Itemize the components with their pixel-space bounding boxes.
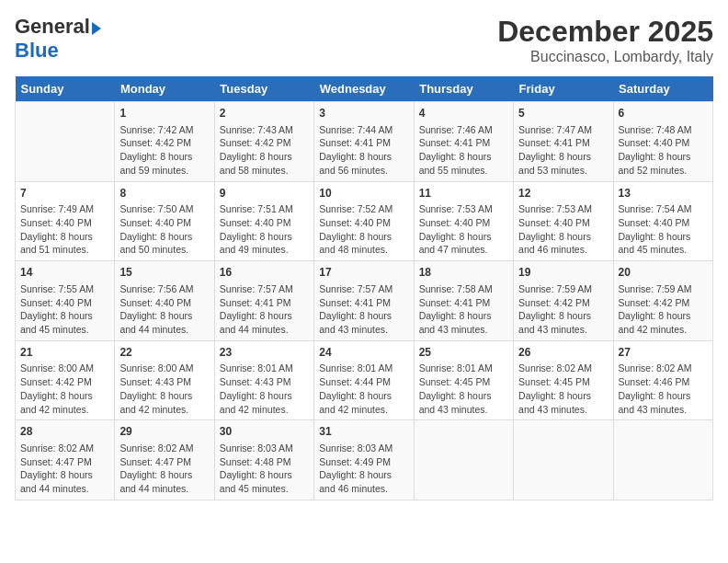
calendar-cell: 10Sunrise: 7:52 AMSunset: 4:40 PMDayligh… [314,181,414,261]
calendar-week-row: 7Sunrise: 7:49 AMSunset: 4:40 PMDaylight… [16,181,713,261]
cell-content: Sunrise: 7:57 AMSunset: 4:41 PMDaylight:… [220,282,309,337]
calendar-cell: 4Sunrise: 7:46 AMSunset: 4:41 PMDaylight… [414,102,513,182]
day-number: 16 [220,265,309,281]
weekday-header-saturday: Saturday [613,76,712,102]
cell-content: Sunrise: 8:00 AMSunset: 4:42 PMDaylight:… [20,362,109,416]
calendar-cell: 1Sunrise: 7:42 AMSunset: 4:42 PMDaylight… [115,102,214,182]
day-number: 15 [119,265,209,281]
calendar-cell [613,420,712,500]
weekday-header-sunday: Sunday [16,76,115,102]
cell-content: Sunrise: 8:03 AMSunset: 4:49 PMDaylight:… [319,442,408,496]
cell-content: Sunrise: 7:54 AMSunset: 4:40 PMDaylight:… [619,202,708,257]
day-number: 8 [119,186,209,201]
day-number: 11 [419,186,508,201]
day-number: 13 [619,186,708,201]
calendar-header-row: SundayMondayTuesdayWednesdayThursdayFrid… [16,76,713,102]
day-number: 18 [419,265,508,281]
calendar-cell: 19Sunrise: 7:59 AMSunset: 4:42 PMDayligh… [514,261,613,341]
calendar-cell: 29Sunrise: 8:02 AMSunset: 4:47 PMDayligh… [115,420,214,500]
calendar-cell: 7Sunrise: 7:49 AMSunset: 4:40 PMDaylight… [16,181,115,261]
calendar-cell: 9Sunrise: 7:51 AMSunset: 4:40 PMDaylight… [214,181,313,261]
calendar-week-row: 1Sunrise: 7:42 AMSunset: 4:42 PMDaylight… [16,102,713,182]
calendar-cell: 26Sunrise: 8:02 AMSunset: 4:45 PMDayligh… [514,340,613,420]
day-number: 10 [319,186,408,201]
calendar-cell [514,420,613,500]
calendar-cell: 30Sunrise: 8:03 AMSunset: 4:48 PMDayligh… [214,420,313,500]
cell-content: Sunrise: 7:48 AMSunset: 4:40 PMDaylight:… [619,123,708,178]
logo-blue-text: Blue [15,39,59,63]
calendar-cell [414,420,513,500]
calendar-cell: 16Sunrise: 7:57 AMSunset: 4:41 PMDayligh… [214,261,313,341]
day-number: 12 [518,186,608,201]
day-number: 4 [419,106,508,121]
day-number: 26 [518,345,608,361]
cell-content: Sunrise: 8:01 AMSunset: 4:44 PMDaylight:… [319,362,408,416]
calendar-cell: 6Sunrise: 7:48 AMSunset: 4:40 PMDaylight… [613,102,712,182]
day-number: 14 [20,265,109,281]
day-number: 7 [20,186,109,201]
cell-content: Sunrise: 7:56 AMSunset: 4:40 PMDaylight:… [119,282,209,337]
day-number: 6 [619,106,708,121]
cell-content: Sunrise: 8:02 AMSunset: 4:45 PMDaylight:… [518,362,608,416]
calendar-cell: 21Sunrise: 8:00 AMSunset: 4:42 PMDayligh… [16,340,115,420]
cell-content: Sunrise: 8:01 AMSunset: 4:43 PMDaylight:… [220,362,309,416]
weekday-header-wednesday: Wednesday [314,76,414,102]
day-number: 2 [220,106,309,121]
cell-content: Sunrise: 7:51 AMSunset: 4:40 PMDaylight:… [220,202,309,257]
cell-content: Sunrise: 7:42 AMSunset: 4:42 PMDaylight:… [119,123,209,178]
cell-content: Sunrise: 7:46 AMSunset: 4:41 PMDaylight:… [419,123,508,178]
page-title: December 2025 [497,15,713,49]
calendar-week-row: 21Sunrise: 8:00 AMSunset: 4:42 PMDayligh… [16,340,713,420]
calendar-table: SundayMondayTuesdayWednesdayThursdayFrid… [15,76,713,500]
day-number: 1 [119,106,209,121]
weekday-header-monday: Monday [115,76,214,102]
day-number: 31 [319,424,408,440]
day-number: 30 [220,424,309,440]
logo: General Blue [15,15,101,63]
calendar-cell: 14Sunrise: 7:55 AMSunset: 4:40 PMDayligh… [16,261,115,341]
cell-content: Sunrise: 7:52 AMSunset: 4:40 PMDaylight:… [319,202,408,257]
cell-content: Sunrise: 8:03 AMSunset: 4:48 PMDaylight:… [220,442,309,496]
cell-content: Sunrise: 7:58 AMSunset: 4:41 PMDaylight:… [419,282,508,337]
day-number: 24 [319,345,408,361]
calendar-cell: 25Sunrise: 8:01 AMSunset: 4:45 PMDayligh… [414,340,513,420]
cell-content: Sunrise: 7:50 AMSunset: 4:40 PMDaylight:… [119,202,209,257]
cell-content: Sunrise: 8:00 AMSunset: 4:43 PMDaylight:… [119,362,209,416]
day-number: 5 [518,106,608,121]
day-number: 25 [419,345,508,361]
calendar-cell: 15Sunrise: 7:56 AMSunset: 4:40 PMDayligh… [115,261,214,341]
weekday-header-thursday: Thursday [414,76,513,102]
calendar-cell: 23Sunrise: 8:01 AMSunset: 4:43 PMDayligh… [214,340,313,420]
cell-content: Sunrise: 7:53 AMSunset: 4:40 PMDaylight:… [419,202,508,257]
weekday-header-tuesday: Tuesday [214,76,313,102]
day-number: 27 [619,345,708,361]
day-number: 23 [220,345,309,361]
calendar-cell: 13Sunrise: 7:54 AMSunset: 4:40 PMDayligh… [613,181,712,261]
calendar-week-row: 28Sunrise: 8:02 AMSunset: 4:47 PMDayligh… [16,420,713,500]
title-block: December 2025 Buccinasco, Lombardy, Ital… [497,15,713,65]
calendar-cell: 20Sunrise: 7:59 AMSunset: 4:42 PMDayligh… [613,261,712,341]
cell-content: Sunrise: 7:44 AMSunset: 4:41 PMDaylight:… [319,123,408,178]
page-header: General Blue December 2025 Buccinasco, L… [15,15,713,65]
calendar-cell [16,102,115,182]
cell-content: Sunrise: 7:59 AMSunset: 4:42 PMDaylight:… [518,282,608,337]
calendar-cell: 22Sunrise: 8:00 AMSunset: 4:43 PMDayligh… [115,340,214,420]
calendar-cell: 17Sunrise: 7:57 AMSunset: 4:41 PMDayligh… [314,261,414,341]
day-number: 22 [119,345,209,361]
calendar-cell: 12Sunrise: 7:53 AMSunset: 4:40 PMDayligh… [514,181,613,261]
logo-triangle-icon [92,22,101,35]
calendar-week-row: 14Sunrise: 7:55 AMSunset: 4:40 PMDayligh… [16,261,713,341]
calendar-cell: 5Sunrise: 7:47 AMSunset: 4:41 PMDaylight… [514,102,613,182]
cell-content: Sunrise: 7:59 AMSunset: 4:42 PMDaylight:… [619,282,708,337]
calendar-cell: 8Sunrise: 7:50 AMSunset: 4:40 PMDaylight… [115,181,214,261]
cell-content: Sunrise: 7:55 AMSunset: 4:40 PMDaylight:… [20,282,109,337]
calendar-cell: 28Sunrise: 8:02 AMSunset: 4:47 PMDayligh… [16,420,115,500]
logo-general-text: General [15,15,90,39]
calendar-cell: 2Sunrise: 7:43 AMSunset: 4:42 PMDaylight… [214,102,313,182]
page-subtitle: Buccinasco, Lombardy, Italy [497,49,713,65]
cell-content: Sunrise: 8:02 AMSunset: 4:46 PMDaylight:… [619,362,708,416]
day-number: 17 [319,265,408,281]
day-number: 29 [119,424,209,440]
calendar-cell: 27Sunrise: 8:02 AMSunset: 4:46 PMDayligh… [613,340,712,420]
calendar-cell: 31Sunrise: 8:03 AMSunset: 4:49 PMDayligh… [314,420,414,500]
